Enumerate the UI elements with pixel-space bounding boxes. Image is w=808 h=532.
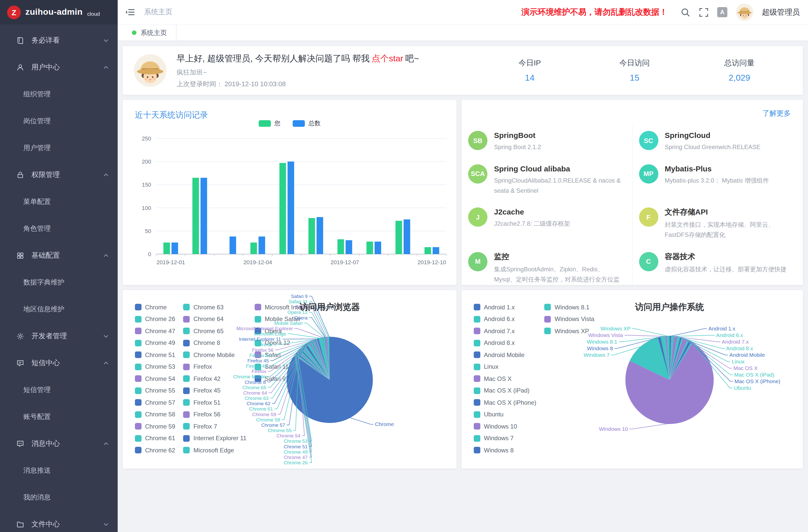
pie-slice-Android 7.x[interactable] <box>669 336 678 380</box>
sidebar-subitem[interactable]: 角色管理 <box>0 215 118 242</box>
sidebar-item-user-center[interactable]: 用户中心 <box>0 54 118 81</box>
star-link[interactable]: 点个star <box>371 54 403 63</box>
pie-slice-Mac OS X[interactable] <box>669 338 687 380</box>
bar-您-2019-12-06[interactable] <box>308 218 315 254</box>
legend-item[interactable]: Chrome 26 <box>135 313 183 325</box>
bar-总数-2019-12-08[interactable] <box>374 242 381 254</box>
pie-slice-Windows 7[interactable] <box>630 337 669 380</box>
legend-item[interactable]: Windows XP <box>545 325 603 337</box>
legend-item[interactable]: Chrome 59 <box>135 420 183 432</box>
bar-总数-2019-12-10[interactable] <box>433 247 439 254</box>
legend-item[interactable]: Android Mobile <box>474 349 545 361</box>
legend-item[interactable]: Safari 11 <box>255 361 344 373</box>
legend-item[interactable]: Safari <box>255 349 344 361</box>
legend-item[interactable]: Chrome 58 <box>135 408 183 420</box>
legend-item[interactable]: Chrome 64 <box>183 313 255 325</box>
sidebar-item-developer[interactable]: 开发者管理 <box>0 323 118 349</box>
bar-总数-2019-12-06[interactable] <box>316 217 323 254</box>
app-logo[interactable]: Z zuihou-admin cloud <box>0 0 118 24</box>
fullscreen-icon[interactable] <box>699 7 709 17</box>
sidebar-item-sms-center[interactable]: 短信中心 <box>0 349 118 376</box>
pie-slice-Windows 8.1[interactable] <box>661 336 669 380</box>
sidebar-subitem[interactable]: 账号配置 <box>0 403 118 430</box>
legend-item[interactable]: Chrome <box>135 301 183 313</box>
sidebar-subitem[interactable]: 用户管理 <box>0 134 118 161</box>
pie-slice-Windows Vista[interactable] <box>665 336 669 380</box>
legend-item[interactable]: Mac OS X (iPhone) <box>474 397 545 408</box>
legend-item[interactable]: Chrome 8 <box>183 337 255 349</box>
sidebar-item-permission[interactable]: 权限管理 <box>0 161 118 188</box>
bar-您-2019-12-09[interactable] <box>396 221 402 254</box>
bar-总数-2019-12-04[interactable] <box>258 237 265 254</box>
legend-item[interactable]: Chrome 65 <box>183 325 255 337</box>
bar-您-2019-12-07[interactable] <box>337 239 344 254</box>
pie-slice-Android 8.x[interactable] <box>669 336 680 380</box>
legend-item[interactable]: Firefox <box>183 361 255 373</box>
legend-item[interactable]: Mac OS X (iPad) <box>474 385 545 397</box>
legend-item[interactable]: Android 7.x <box>474 325 545 337</box>
legend-item[interactable]: Windows 8.1 <box>545 301 603 313</box>
bar-总数-2019-12-01[interactable] <box>171 242 178 254</box>
bar-您-2019-12-02[interactable] <box>192 178 199 254</box>
legend-item[interactable]: Firefox 56 <box>183 408 255 420</box>
search-icon[interactable] <box>681 7 690 17</box>
sidebar-subitem[interactable]: 我的消息 <box>0 484 118 511</box>
sidebar-subitem[interactable]: 岗位管理 <box>0 108 118 134</box>
legend-item[interactable]: Chrome 63 <box>183 301 255 313</box>
legend-item[interactable]: Firefox 45 <box>183 385 255 397</box>
legend-item[interactable]: Windows 8 <box>474 444 545 456</box>
bar-总数-2019-12-07[interactable] <box>346 240 352 254</box>
legend-item[interactable]: Chrome 55 <box>135 385 183 397</box>
learn-more-link[interactable]: 了解更多 <box>763 109 791 118</box>
bar-您-2019-12-05[interactable] <box>279 163 286 254</box>
sidebar-item-file-center[interactable]: 文件中心 <box>0 511 118 532</box>
pie-slice-Linux[interactable] <box>669 337 683 380</box>
user-avatar[interactable] <box>736 3 753 21</box>
legend-item[interactable]: Opera <box>255 325 344 337</box>
tab-system-home[interactable]: 系统主页 <box>123 25 177 41</box>
legend-item[interactable]: Firefox 7 <box>183 420 255 432</box>
bar-您-2019-12-08[interactable] <box>366 242 373 254</box>
legend-item[interactable]: Windows 10 <box>474 420 545 432</box>
legend-item[interactable]: Chrome 51 <box>135 349 183 361</box>
font-size-icon[interactable]: A <box>717 7 727 17</box>
pie-slice-Ubuntu[interactable] <box>669 342 693 380</box>
bar-总数-2019-12-02[interactable] <box>201 178 207 254</box>
legend-item[interactable]: Safari 9 <box>255 373 344 385</box>
legend-item[interactable]: Chrome 47 <box>135 325 183 337</box>
legend-item[interactable]: Android 8.x <box>474 337 545 349</box>
legend-item[interactable]: Ubuntu <box>474 408 545 420</box>
legend-item[interactable]: Windows 7 <box>474 432 545 444</box>
legend-item[interactable]: Firefox 51 <box>183 397 255 408</box>
bar-您-2019-12-04[interactable] <box>250 242 257 254</box>
legend-item[interactable]: Linux <box>474 361 545 373</box>
legend-item[interactable]: Firefox 42 <box>183 373 255 385</box>
legend-item[interactable]: Windows Vista <box>545 313 603 325</box>
pie-slice-Mac OS X (iPad)[interactable] <box>669 340 689 380</box>
legend-item[interactable]: Chrome 54 <box>135 373 183 385</box>
pie-slice-Android Mobile[interactable] <box>669 337 682 380</box>
pie-slice-Windows XP[interactable] <box>667 336 669 380</box>
legend-item[interactable]: Opera 12 <box>255 337 344 349</box>
sidebar-item-message-center[interactable]: 消息中心 <box>0 430 118 457</box>
legend-item[interactable]: Chrome 49 <box>135 337 183 349</box>
bar-您-2019-12-10[interactable] <box>425 247 431 254</box>
bar-您-2019-12-01[interactable] <box>163 242 170 254</box>
bar-总数-2019-12-03[interactable] <box>229 237 236 254</box>
legend-item[interactable]: Android 6.x <box>474 313 545 325</box>
sidebar-subitem[interactable]: 地区信息维护 <box>0 296 118 323</box>
legend-item[interactable]: Chrome 62 <box>135 444 183 456</box>
bar-总数-2019-12-05[interactable] <box>288 162 294 254</box>
pie-slice-Android 1.x[interactable] <box>669 336 671 380</box>
legend-item[interactable]: Mac OS X <box>474 373 545 385</box>
sidebar-subitem[interactable]: 消息推送 <box>0 457 118 484</box>
username[interactable]: 超级管理员 <box>762 7 800 17</box>
legend-item[interactable]: Mobile Safari <box>255 313 344 325</box>
legend-item[interactable]: Chrome 53 <box>135 361 183 373</box>
sidebar-subitem[interactable]: 数据字典维护 <box>0 269 118 296</box>
sidebar-item-must-read[interactable]: 务必详看 <box>0 27 118 54</box>
menu-fold-icon[interactable] <box>125 7 135 17</box>
legend-item[interactable]: Internet Explorer 11 <box>183 432 255 444</box>
sidebar-item-base-config[interactable]: 基础配置 <box>0 242 118 269</box>
pie-slice-Android 6.x[interactable] <box>669 336 674 380</box>
